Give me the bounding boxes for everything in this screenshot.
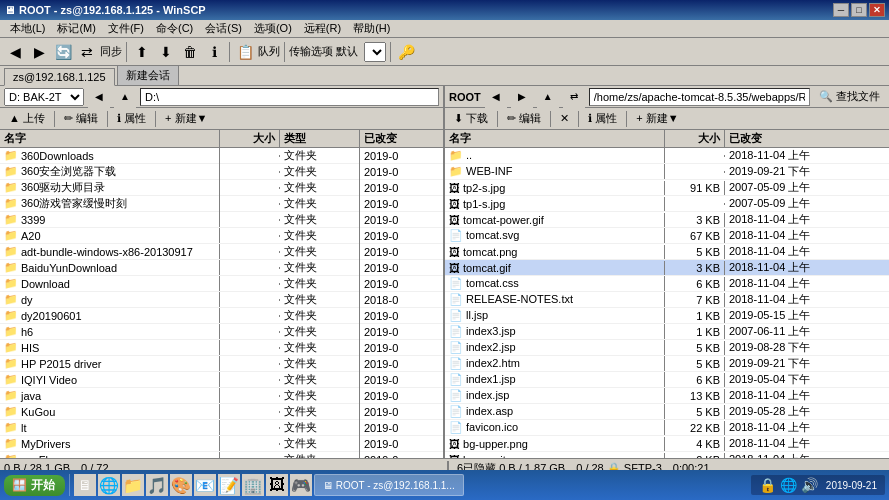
outlook-icon[interactable]: 📧 [194, 474, 216, 496]
queue-icon[interactable]: 📋 [234, 41, 256, 63]
list-item[interactable]: 🖼 tomcat-power.gif 3 KB 2018-11-04 上午 [445, 212, 889, 228]
left-btn-edit[interactable]: ✏ 编辑 [59, 109, 103, 128]
list-item[interactable]: 📄 RELEASE-NOTES.txt 7 KB 2018-11-04 上午 [445, 292, 889, 308]
list-item[interactable]: 🖼 bg-upper.png 4 KB 2018-11-04 上午 [445, 436, 889, 452]
upload-icon[interactable]: ⬆ [131, 41, 153, 63]
menu-file[interactable]: 文件(F) [102, 20, 150, 37]
right-address-input[interactable] [589, 88, 810, 106]
find-files-btn[interactable]: 🔍 查找文件 [814, 87, 885, 106]
list-item[interactable]: 📄 tomcat.css 6 KB 2018-11-04 上午 [445, 276, 889, 292]
left-btn-props[interactable]: ℹ 属性 [112, 109, 151, 128]
list-item[interactable]: 📄 index2.jsp 5 KB 2019-08-28 下午 [445, 340, 889, 356]
list-item[interactable]: 🖼 tomcat.gif 3 KB 2018-11-04 上午 [445, 260, 889, 276]
left-nav-up[interactable]: ▲ [114, 86, 136, 108]
properties-icon[interactable]: ℹ [203, 41, 225, 63]
list-item[interactable]: 📁 360驱动大师目录 文件夹 2019-0 [0, 180, 443, 196]
list-item[interactable]: 📁 java 文件夹 2019-0 [0, 388, 443, 404]
menu-local[interactable]: 本地(L) [4, 20, 51, 37]
game-icon[interactable]: 🎮 [290, 474, 312, 496]
transfer-select[interactable] [364, 42, 386, 62]
list-item[interactable]: 📁 Download 文件夹 2019-0 [0, 276, 443, 292]
right-btn-download[interactable]: ⬇ 下载 [449, 109, 493, 128]
list-item[interactable]: 📄 tomcat.svg 67 KB 2018-11-04 上午 [445, 228, 889, 244]
list-item[interactable]: 📁 .. 2018-11-04 上午 [445, 148, 889, 164]
player-icon[interactable]: 🎵 [146, 474, 168, 496]
list-item[interactable]: 📁 KuGou 文件夹 2019-0 [0, 404, 443, 420]
list-item[interactable]: 📁 360游戏管家缓慢时刻 文件夹 2019-0 [0, 196, 443, 212]
list-item[interactable]: 📄 index2.htm 5 KB 2019-09-21 下午 [445, 356, 889, 372]
volume-tray-icon[interactable]: 🔊 [801, 477, 818, 493]
list-item[interactable]: 📁 MyDrivers 文件夹 2019-0 [0, 436, 443, 452]
refresh-icon[interactable]: 🔄 [52, 41, 74, 63]
list-item[interactable]: 📁 dy 文件夹 2018-0 [0, 292, 443, 308]
list-item[interactable]: 📄 ll.jsp 1 KB 2019-05-15 上午 [445, 308, 889, 324]
list-item[interactable]: 📁 h6 文件夹 2019-0 [0, 324, 443, 340]
left-file-list[interactable]: 名字 大小 类型 已改变 📁 360Downloads 文件夹 2019-0 📁… [0, 130, 443, 458]
list-item[interactable]: 📁 A20 文件夹 2019-0 [0, 228, 443, 244]
right-nav-back[interactable]: ◀ [485, 86, 507, 108]
notepad-icon[interactable]: 📝 [218, 474, 240, 496]
right-btn-edit[interactable]: ✏ 编辑 [502, 109, 546, 128]
ie-icon[interactable]: 🌐 [98, 474, 120, 496]
list-item[interactable]: 📁 dy20190601 文件夹 2019-0 [0, 308, 443, 324]
list-item[interactable]: 📁 HIS 文件夹 2019-0 [0, 340, 443, 356]
menu-mark[interactable]: 标记(M) [51, 20, 102, 37]
keepass-icon[interactable]: 🔑 [395, 41, 417, 63]
list-item[interactable]: 📄 index3.jsp 1 KB 2007-06-11 上午 [445, 324, 889, 340]
list-item[interactable]: 🖼 tomcat.png 5 KB 2018-11-04 上午 [445, 244, 889, 260]
menu-remote[interactable]: 远程(R) [298, 20, 347, 37]
right-btn-new[interactable]: + 新建▼ [631, 109, 683, 128]
right-file-list[interactable]: 名字 大小 已改变 📁 .. 2018-11-04 上午 📁 WEB-INF 2… [445, 130, 889, 458]
right-btn-props[interactable]: ℹ 属性 [583, 109, 622, 128]
list-item[interactable]: 📁 360Downloads 文件夹 2019-0 [0, 148, 443, 164]
menu-session[interactable]: 会话(S) [199, 20, 248, 37]
list-item[interactable]: 📁 lt 文件夹 2019-0 [0, 420, 443, 436]
menu-options[interactable]: 选项(O) [248, 20, 298, 37]
list-item[interactable]: 📁 HP P2015 driver 文件夹 2019-0 [0, 356, 443, 372]
left-address-input[interactable] [140, 88, 439, 106]
minimize-button[interactable]: ─ [833, 3, 849, 17]
start-button[interactable]: 🪟 开始 [4, 475, 65, 496]
office-icon[interactable]: 🏢 [242, 474, 264, 496]
list-item[interactable]: 📄 index.asp 5 KB 2019-05-28 上午 [445, 404, 889, 420]
list-item[interactable]: 📁 BaiduYunDownload 文件夹 2019-0 [0, 260, 443, 276]
list-item[interactable]: 🖼 tp2-s.jpg 91 KB 2007-05-09 上午 [445, 180, 889, 196]
delete-icon[interactable]: 🗑 [179, 41, 201, 63]
list-item[interactable]: 📁 360安全浏览器下载 文件夹 2019-0 [0, 164, 443, 180]
left-btn-up[interactable]: ▲ 上传 [4, 109, 50, 128]
security-tray-icon[interactable]: 🔒 [759, 477, 776, 493]
list-item[interactable]: 📄 index1.jsp 6 KB 2019-05-04 下午 [445, 372, 889, 388]
list-item[interactable]: 🖼 bg-nav-item.png 2 KB 2018-11-04 上午 [445, 452, 889, 458]
list-item[interactable]: 📁 3399 文件夹 2019-0 [0, 212, 443, 228]
right-nav-up[interactable]: ▲ [537, 86, 559, 108]
back-icon[interactable]: ◀ [4, 41, 26, 63]
taskbar-winscp-btn[interactable]: 🖥 ROOT - zs@192.168.1.1... [314, 474, 464, 496]
tab-new-session[interactable]: 新建会话 [117, 65, 179, 85]
sync-icon[interactable]: ⇄ [76, 41, 98, 63]
maximize-button[interactable]: □ [851, 3, 867, 17]
list-item[interactable]: 📄 index.jsp 13 KB 2018-11-04 上午 [445, 388, 889, 404]
drive-select[interactable]: D: BAK-2T [4, 88, 84, 106]
close-button[interactable]: ✕ [869, 3, 885, 17]
right-sync[interactable]: ⇄ [563, 86, 585, 108]
tab-active[interactable]: zs@192.168.1.125 [4, 68, 115, 86]
paint-icon[interactable]: 🎨 [170, 474, 192, 496]
network-tray-icon[interactable]: 🌐 [780, 477, 797, 493]
menu-help[interactable]: 帮助(H) [347, 20, 396, 37]
photoshop-icon[interactable]: 🖼 [266, 474, 288, 496]
download-icon[interactable]: ⬇ [155, 41, 177, 63]
forward-icon[interactable]: ▶ [28, 41, 50, 63]
list-item[interactable]: 📄 favicon.ico 22 KB 2018-11-04 上午 [445, 420, 889, 436]
list-item[interactable]: 🖼 tp1-s.jpg 2007-05-09 上午 [445, 196, 889, 212]
list-item[interactable]: 📁 oecFls 文件夹 2019-0 [0, 452, 443, 458]
menu-command[interactable]: 命令(C) [150, 20, 199, 37]
left-btn-new[interactable]: + 新建▼ [160, 109, 212, 128]
folder-icon[interactable]: 📁 [122, 474, 144, 496]
list-item[interactable]: 📁 WEB-INF 2019-09-21 下午 [445, 164, 889, 180]
list-item[interactable]: 📁 IQIYI Video 文件夹 2019-0 [0, 372, 443, 388]
show-desktop-icon[interactable]: 🖥 [74, 474, 96, 496]
left-nav-back[interactable]: ◀ [88, 86, 110, 108]
right-btn-delete[interactable]: ✕ [555, 110, 574, 127]
list-item[interactable]: 📁 adt-bundle-windows-x86-20130917 文件夹 20… [0, 244, 443, 260]
right-nav-fwd[interactable]: ▶ [511, 86, 533, 108]
